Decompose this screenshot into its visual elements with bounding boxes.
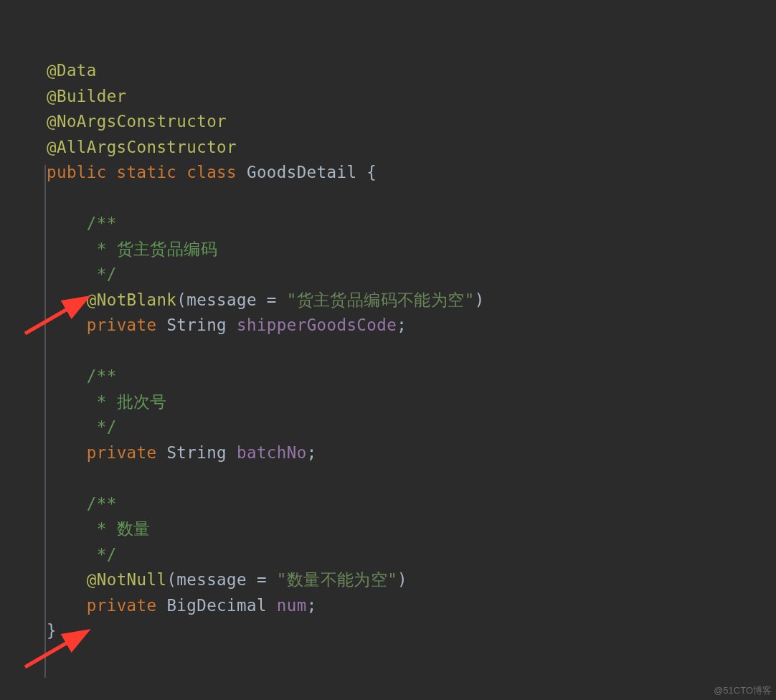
- paren: (: [176, 290, 186, 309]
- class-annotation: @AllArgsConstructor: [47, 138, 237, 156]
- javadoc: */: [87, 417, 117, 436]
- field-modifier: private: [87, 596, 157, 615]
- field-annotation: @NotNull: [87, 570, 167, 589]
- javadoc: /**: [87, 214, 117, 232]
- paren: ): [397, 570, 407, 589]
- paren: (: [166, 570, 176, 589]
- javadoc: * 货主货品编码: [87, 240, 217, 258]
- field-type: String: [166, 316, 227, 334]
- equals: =: [257, 290, 287, 309]
- semicolon: ;: [307, 443, 317, 462]
- class-name: GoodsDetail: [247, 163, 356, 181]
- javadoc: /**: [87, 366, 117, 385]
- javadoc: * 数量: [87, 519, 151, 538]
- annotation-message: "货主货品编码不能为空": [287, 290, 475, 309]
- field-name: batchNo: [237, 443, 307, 462]
- annotation-message: "数量不能为空": [277, 570, 397, 589]
- watermark: @51CTO博客: [714, 684, 772, 697]
- javadoc: /**: [87, 494, 117, 513]
- field-name: num: [277, 596, 307, 615]
- class-annotation: @Data: [47, 61, 97, 80]
- annotation-param: message: [176, 570, 247, 589]
- paren: ): [475, 290, 485, 309]
- annotation-param: message: [186, 290, 257, 309]
- javadoc: */: [87, 545, 117, 564]
- field-type: BigDecimal: [166, 596, 266, 615]
- field-modifier: private: [87, 316, 157, 334]
- field-annotation: @NotBlank: [87, 290, 177, 309]
- javadoc: */: [87, 265, 117, 283]
- semicolon: ;: [307, 596, 317, 615]
- indent-guide: [44, 165, 46, 678]
- class-annotation: @Builder: [47, 87, 127, 105]
- field-type: String: [166, 443, 227, 462]
- equals: =: [247, 570, 277, 589]
- code-editor: @Data @Builder @NoArgsConstructor @AllAr…: [0, 0, 776, 644]
- javadoc: * 批次号: [87, 392, 167, 411]
- class-annotation: @NoArgsConstructor: [47, 112, 227, 131]
- semicolon: ;: [397, 316, 407, 334]
- class-modifiers: public static class: [47, 163, 237, 181]
- open-brace: {: [356, 163, 377, 181]
- field-name: shipperGoodsCode: [237, 316, 397, 334]
- field-modifier: private: [87, 443, 157, 462]
- close-brace: }: [47, 621, 57, 640]
